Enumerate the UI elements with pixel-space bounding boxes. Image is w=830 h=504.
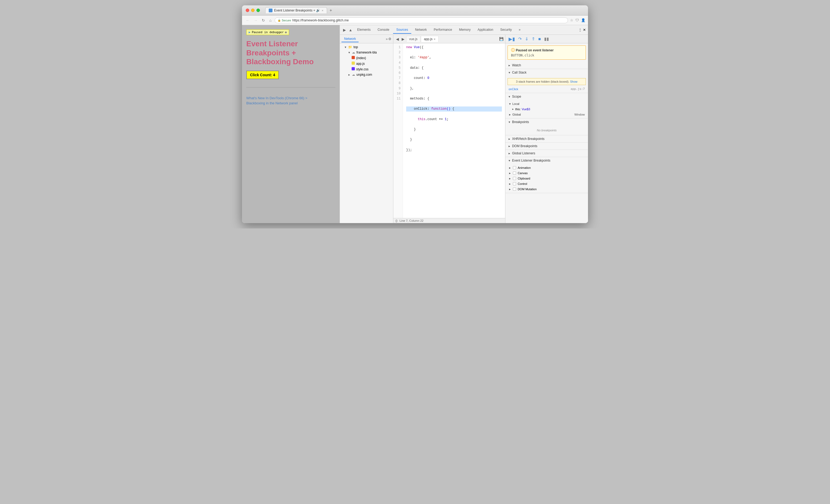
refresh-button[interactable]: ↻ [261,18,266,23]
tree-arrow-unpkg: ► [348,73,351,76]
xhr-header[interactable]: ► XHR/fetch Breakpoints [505,135,588,142]
step-out-button[interactable]: ⇑ [531,36,536,42]
tree-item-stylecss[interactable]: style.css [340,66,393,72]
devtools-panel: ▶ ▲ Elements Console Sources Network Per… [340,25,588,223]
appjs-tab-label: app.js [424,37,433,41]
account-icon[interactable]: 👤 [581,18,585,22]
event-listener-header[interactable]: ▼ Event Listener Breakpoints [505,157,588,164]
tree-item-unpkg[interactable]: ► ☁ unpkg.com [340,72,393,77]
this-arrow: ► [512,108,514,111]
local-label: Local [512,102,519,105]
tab-performance[interactable]: Performance [430,26,455,34]
scope-this[interactable]: ► this: Vue$3 [505,106,588,112]
devtools-link[interactable]: What's New In DevTools (Chrome 66) > [246,95,335,101]
traffic-lights [246,8,260,12]
tab-network[interactable]: Network [412,26,430,34]
watch-arrow: ► [508,64,511,67]
canvas-checkbox[interactable] [513,171,516,175]
global-arrow: ► [509,113,511,116]
code-content[interactable]: new Vue({ el: '#app', data: { count: 0 }… [403,43,505,218]
tree-item-framework[interactable]: ▼ ☁ framework-bla [340,50,393,55]
back-button[interactable]: ← [245,18,251,23]
breakpoints-header[interactable]: ▼ Breakpoints [505,119,588,125]
watch-section: ► Watch [505,62,588,69]
cloud-icon-unpkg: ☁ [352,73,355,76]
tab-bar: Event Listener Breakpoints + 🔊 × + [265,7,334,13]
scope-global[interactable]: ► Global Window [505,112,588,117]
callstack-show-link[interactable]: Show [570,80,578,83]
animation-checkbox[interactable] [513,166,516,169]
clipboard-checkbox[interactable] [513,177,516,180]
tab-security[interactable]: Security [497,26,515,34]
dom-arrow: ► [508,145,511,148]
device-toolbar-icon[interactable]: ▲ [348,27,353,33]
global-listeners-section: ► Global Listeners [505,150,588,157]
page-preview: ▶ Paused in debugger ● Event Listener Br… [242,25,340,223]
canvas-label: Canvas [518,171,528,175]
resume-button[interactable]: ▶▮ [508,36,516,42]
editor-nav-back[interactable]: ◀ [395,36,400,42]
el-item-clipboard[interactable]: ► Clipboard [505,176,588,181]
network-tab[interactable]: Network [342,36,359,42]
forward-button[interactable]: → [253,18,259,23]
close-button[interactable] [246,8,249,12]
tab-more[interactable]: » [515,26,524,34]
scope-header[interactable]: ▼ Scope [505,93,588,100]
devtools-more-actions: ⋮ ✕ [578,28,586,32]
callstack-header[interactable]: ▼ Call Stack [505,69,588,76]
stack-item-onclick[interactable]: onClick app.js:7 [505,86,588,92]
sidebar-tab-more[interactable]: » [386,37,388,41]
tree-item-appjs[interactable]: app.js [340,61,393,66]
el-item-animation[interactable]: ► Animation [505,165,588,170]
tab-favicon [269,8,273,12]
scope-local[interactable]: ▼ Local [505,101,588,106]
tab-console[interactable]: Console [374,26,392,34]
el-item-control[interactable]: ► Control [505,181,588,186]
tree-item-index[interactable]: (index) [340,55,393,61]
play-icon: ▶ [249,31,251,34]
browser-tab[interactable]: Event Listener Breakpoints + 🔊 × [265,7,327,13]
tab-elements[interactable]: Elements [354,26,374,34]
minimize-button[interactable] [251,8,255,12]
el-item-dom-mutation[interactable]: ► DOM Mutation [505,186,588,192]
divider [246,87,335,88]
code-area[interactable]: 1 2 3 4 5 6 7 8 9 10 11 new Vue({ [393,43,505,218]
editor-tab-appjs[interactable]: app.js ✕ [421,36,439,42]
blackboxing-link[interactable]: Blackboxing in the Network panel [246,101,335,106]
appjs-tab-close[interactable]: ✕ [434,38,436,41]
maximize-button[interactable] [256,8,260,12]
bookmark-icon[interactable]: ☆ [570,18,573,22]
step-over-button[interactable]: ↷ [517,36,523,42]
tab-close-button[interactable]: × [322,9,323,12]
element-picker-icon[interactable]: ▶ [342,27,347,33]
pretty-print-button[interactable]: {} [395,219,397,222]
new-tab-button[interactable]: + [328,8,334,13]
step-into-button[interactable]: ⇓ [524,36,530,42]
global-listeners-header[interactable]: ► Global Listeners [505,150,588,157]
file-tree: ▼ 📁 top ▼ ☁ framework-bla (index) [340,43,393,223]
dom-header[interactable]: ► DOM Breakpoints [505,143,588,150]
pause-on-exceptions-button[interactable]: ▮▮ [543,36,550,42]
devtools-menu-icon[interactable]: ⋮ [578,28,582,32]
tab-memory[interactable]: Memory [456,26,474,34]
tree-item-top[interactable]: ▼ 📁 top [340,44,393,50]
deactivate-breakpoints-button[interactable]: ■ [537,36,542,42]
editor-nav-forward[interactable]: ▶ [401,36,406,42]
dom-mutation-checkbox[interactable] [513,188,516,191]
editor-tab-format[interactable]: 💾 [499,37,504,41]
click-count-button[interactable]: Click Count: 4 [246,71,279,79]
home-button[interactable]: ⌂ [268,18,273,23]
right-panel: ▶▮ ↷ ⇓ ⇑ ■ ▮▮ ⓘ Paused on event listener [505,35,588,223]
tab-sources[interactable]: Sources [393,26,411,34]
tab-application[interactable]: Application [474,26,497,34]
url-bar[interactable]: Secure https://framework-blackboxing.gli… [275,18,568,23]
editor-tab-vuejs[interactable]: vue.js [406,36,420,42]
global-label: Global [512,113,521,116]
watch-header[interactable]: ► Watch [505,62,588,69]
devtools-close-icon[interactable]: ✕ [583,28,586,32]
tree-arrow-framework: ▼ [348,51,351,54]
paused-text: Paused in debugger [252,31,284,34]
el-item-canvas[interactable]: ► Canvas [505,170,588,176]
sidebar-settings-icon[interactable]: ⚙ [388,37,391,41]
control-checkbox[interactable] [513,182,516,185]
